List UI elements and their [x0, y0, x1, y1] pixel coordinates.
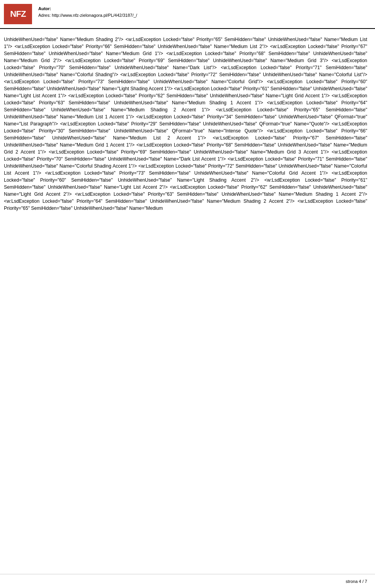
page-header: NFZ Autor: Adres: http://www.nfz-zielona…	[0, 0, 375, 29]
adres-value: http://www.nfz-zielonagora.pl/PL/442/318…	[52, 13, 137, 18]
page-footer: strona 4 / 7	[0, 574, 375, 588]
autor-line: Autor:	[38, 5, 137, 12]
logo-container: NFZ	[4, 4, 32, 24]
page-number: strona 4 / 7	[346, 579, 367, 584]
main-content: UnhideWhenUsed="false" Name="Medium Shad…	[0, 29, 375, 235]
logo: NFZ	[4, 4, 32, 24]
content-text: UnhideWhenUsed="false" Name="Medium Shad…	[4, 36, 367, 212]
logo-text: NFZ	[10, 9, 26, 19]
autor-label: Autor:	[38, 6, 51, 11]
adres-line: Adres: http://www.nfz-zielonagora.pl/PL/…	[38, 12, 137, 19]
header-info: Autor: Adres: http://www.nfz-zielonagora…	[38, 4, 137, 18]
adres-label: Adres:	[38, 13, 51, 18]
